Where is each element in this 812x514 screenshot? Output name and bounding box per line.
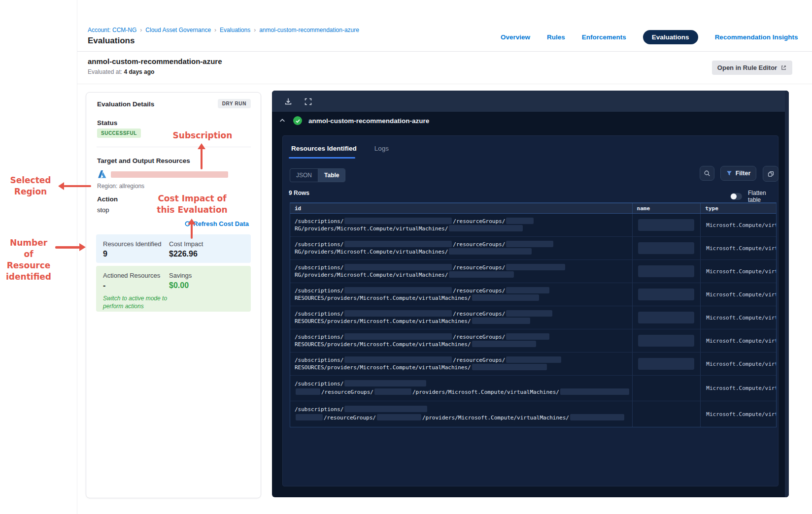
cell-id: /subscriptions//resourceGroups//provider… (290, 376, 633, 401)
column-header-type[interactable]: type (701, 203, 776, 213)
breadcrumb-item[interactable]: Evaluations (220, 27, 250, 33)
breadcrumb-item[interactable]: Account: CCM-NG (88, 27, 136, 33)
id-line2: RESOURCES/providers/Microsoft.Compute/vi… (295, 294, 632, 302)
cell-type: Microsoft.Compute/virtu (701, 214, 776, 236)
redacted-value (344, 380, 426, 386)
cell-id: /subscriptions//resourceGroups/RESOURCES… (290, 353, 633, 375)
nav-tab-overview[interactable]: Overview (501, 33, 530, 41)
identified-metrics-box: Resources Identified 9 Cost Impact $226.… (96, 234, 251, 263)
nav-tab-enforcements[interactable]: Enforcements (582, 33, 626, 41)
breadcrumb-separator: › (214, 27, 216, 33)
cell-name (633, 376, 701, 401)
annotation-selected-region: Selected Region (7, 175, 54, 197)
region-text: Region: allregions (97, 183, 144, 190)
azure-icon (97, 169, 107, 179)
id-line2: /resourceGroups//providers/Microsoft.Com… (295, 414, 632, 422)
view-mode-json[interactable]: JSON (290, 169, 318, 182)
view-mode-table[interactable]: Table (318, 169, 345, 182)
id-line2: RESOURCES/providers/Microsoft.Compute/vi… (295, 364, 632, 371)
breadcrumb-item[interactable]: Cloud Asset Governance (145, 27, 211, 33)
id-line1: /subscriptions/ (295, 405, 632, 414)
nav-tab-recommendation-insights[interactable]: Recommendation Insights (715, 33, 798, 41)
redacted-value (472, 364, 547, 370)
id-line2: /resourceGroups//providers/Microsoft.Com… (295, 388, 632, 396)
search-icon (704, 170, 710, 177)
toggle-pill (730, 193, 742, 200)
page-title: Evaluations (88, 36, 135, 46)
type-value: Microsoft.Compute/virtu (706, 315, 776, 321)
download-button[interactable] (281, 96, 296, 107)
target-resources-label: Target and Output Resources (97, 157, 190, 164)
breadcrumb: Account: CCM-NG›Cloud Asset Governance›E… (88, 27, 359, 33)
type-value: Microsoft.Compute/virtu (706, 411, 776, 418)
table-row: /subscriptions//resourceGroups/RESOURCES… (290, 329, 776, 353)
cell-name (633, 401, 701, 427)
flatten-table-toggle[interactable]: Flatten table (730, 190, 778, 203)
card-divider (97, 147, 251, 147)
table-row: /subscriptions//resourceGroups//provider… (290, 401, 776, 427)
annotation-subscription: Subscription (172, 130, 233, 141)
annotation-resources-count: Number of Resource identified (4, 237, 53, 283)
table-row: /subscriptions//resourceGroups/RESOURCES… (290, 306, 776, 329)
column-header-id[interactable]: id (290, 203, 633, 213)
status-label: Status (97, 119, 117, 127)
table-row: /subscriptions//resourceGroups/RG/provid… (290, 260, 776, 283)
resources-table: idnametype /subscriptions//resourceGroup… (290, 202, 777, 427)
copy-icon (767, 170, 775, 178)
id-path-text: RG/providers/Microsoft.Compute/virtualMa… (295, 249, 448, 255)
evaluated-at: Evaluated at: 4 days ago (88, 68, 154, 75)
table-row: /subscriptions//resourceGroups/RESOURCES… (290, 283, 776, 306)
success-check-icon (293, 116, 302, 125)
id-path-text: /resourceGroups/ (453, 357, 505, 363)
id-path-text: RESOURCES/providers/Microsoft.Compute/vi… (295, 318, 471, 324)
id-line1: /subscriptions//resourceGroups/ (295, 356, 632, 364)
cell-name (633, 260, 701, 283)
redacted-value (449, 271, 514, 278)
resources-identified-value: 9 (103, 250, 107, 258)
run-title: anmol-custom-recommendation-azure (308, 117, 429, 125)
column-header-name[interactable]: name (633, 203, 701, 213)
id-line2: RESOURCES/providers/Microsoft.Compute/vi… (295, 318, 632, 325)
tab-logs[interactable]: Logs (374, 145, 389, 152)
header-divider (77, 51, 812, 52)
actioned-resources-label: Actioned Resources (103, 272, 160, 279)
cell-type: Microsoft.Compute/virtu (701, 353, 776, 375)
open-rule-editor-button[interactable]: Open in Rule Editor (712, 61, 792, 75)
id-path-text: RESOURCES/providers/Microsoft.Compute/vi… (295, 341, 471, 348)
redacted-value (344, 310, 452, 317)
table-row: /subscriptions//resourceGroups/RESOURCES… (290, 353, 776, 376)
savings-label: Savings (169, 272, 192, 279)
status-badge: SUCCESSFUL (97, 128, 141, 138)
id-line2: RG/providers/Microsoft.Compute/virtualMa… (295, 225, 632, 232)
table-row: /subscriptions//resourceGroups//provider… (290, 376, 776, 401)
id-path-text: /subscriptions/ (295, 334, 343, 340)
id-path-text: /subscriptions/ (295, 357, 343, 363)
fullscreen-button[interactable] (301, 96, 315, 107)
copy-button[interactable] (763, 166, 778, 182)
nav-tab-rules[interactable]: Rules (547, 33, 565, 41)
left-margin-divider (77, 0, 77, 514)
annotation-subscription-arrow (201, 149, 203, 169)
type-value: Microsoft.Compute/virtu (706, 338, 776, 344)
redacted-value (570, 414, 624, 420)
panel-toolbar (272, 91, 789, 112)
redacted-value (472, 341, 536, 347)
redacted-value (449, 225, 523, 231)
redacted-value (506, 310, 552, 317)
cell-id: /subscriptions//resourceGroups/RESOURCES… (290, 329, 633, 352)
run-section-header: anmol-custom-recommendation-azure (279, 116, 429, 125)
filter-button[interactable]: Filter (720, 166, 756, 181)
redacted-value (506, 356, 561, 363)
panel-scrollbar[interactable] (785, 91, 789, 497)
breadcrumb-item[interactable]: anmol-custom-recommendation-azure (259, 27, 359, 33)
tab-resources-identified[interactable]: Resources Identified (291, 145, 357, 152)
redacted-value (506, 333, 549, 340)
redacted-value (296, 388, 320, 395)
active-mode-note-line1: Switch to active mode to (103, 294, 167, 302)
redacted-value (344, 264, 452, 270)
details-card-title: Evaluation Details (97, 100, 154, 108)
collapse-run-button[interactable] (279, 117, 287, 125)
search-button[interactable] (700, 166, 714, 181)
nav-tab-evaluations[interactable]: Evaluations (643, 30, 698, 44)
redacted-value (506, 241, 553, 247)
